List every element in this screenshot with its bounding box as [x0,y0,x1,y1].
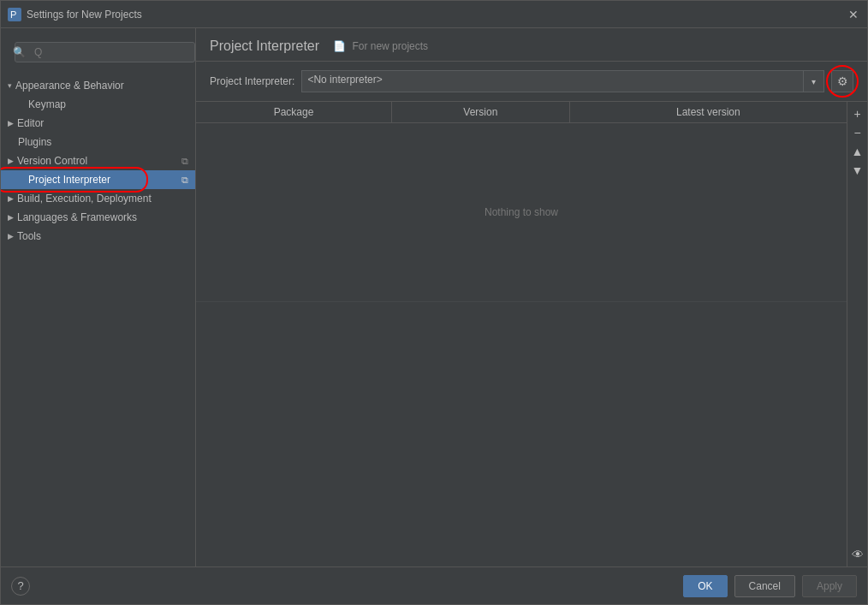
interpreter-gear-button[interactable]: ⚙ [831,70,853,92]
footer-right: OK Cancel Apply [683,575,857,597]
arrow-right-icon: ▶ [8,119,14,128]
col-version: Version [392,102,570,123]
settings-window: P Settings for New Projects ✕ 🔍 ▾ Appear… [0,0,868,605]
gear-btn-wrapper: ⚙ [831,70,853,92]
chevron-down-icon: ▾ [812,77,816,86]
search-wrapper: 🔍 [8,35,188,69]
sidebar-item-keymap[interactable]: Keymap [1,95,195,114]
main-header: Project Interpreter 📄 For new projects [196,28,867,62]
sidebar-item-tools[interactable]: ▶ Tools [1,227,195,246]
help-button[interactable]: ? [11,577,30,596]
sidebar-item-version-control[interactable]: ▶ Version Control ⧉ [1,151,195,170]
arrow-right-icon3: ▶ [8,194,14,203]
svg-text:P: P [10,9,16,20]
nothing-to-show: Nothing to show [205,127,838,298]
sidebar-item-appearance-behavior[interactable]: ▾ Appearance & Behavior [1,76,195,95]
app-icon: P [8,8,21,21]
remove-package-button[interactable]: − [849,124,866,141]
interpreter-dropdown-btn[interactable]: ▾ [804,70,824,92]
apply-button[interactable]: Apply [802,575,857,597]
sidebar-item-editor[interactable]: ▶ Editor [1,114,195,133]
footer: ? OK Cancel Apply [1,566,867,604]
sidebar-item-label: Version Control [17,155,87,167]
content-area: 🔍 ▾ Appearance & Behavior Keymap ▶ Edito… [1,28,867,566]
sidebar-item-languages[interactable]: ▶ Languages & Frameworks [1,208,195,227]
cancel-button[interactable]: Cancel [734,575,795,597]
main-content: Project Interpreter 📄 For new projects P… [196,28,867,566]
copy-icon: ⧉ [181,156,188,167]
sidebar-item-label: Tools [17,230,41,242]
interpreter-dropdown[interactable]: <No interpreter> [301,70,804,92]
sidebar-item-label: Appearance & Behavior [15,80,124,92]
table-area: Package Version Latest version Nothing t… [196,102,867,566]
gear-icon: ⚙ [837,74,848,88]
interpreter-select-wrapper: <No interpreter> ▾ [301,70,824,92]
sidebar-item-label: Build, Execution, Deployment [17,193,152,205]
arrow-right-icon5: ▶ [8,232,14,240]
arrow-right-icon2: ▶ [8,157,14,165]
sidebar-item-label: Languages & Frameworks [17,211,137,223]
table-sidebar-buttons: + − ▲ ▼ 👁 [847,102,867,566]
col-latest-version: Latest version [569,102,847,123]
subtitle-icon: 📄 [333,40,346,52]
eye-button[interactable]: 👁 [849,546,866,563]
copy-icon2: ⧉ [181,175,188,186]
scroll-down-button[interactable]: ▼ [849,162,866,179]
col-package: Package [196,102,392,123]
search-input[interactable] [15,42,195,62]
packages-table: Package Version Latest version Nothing t… [196,102,847,302]
close-button[interactable]: ✕ [847,8,860,21]
sidebar-item-label: Project Interpreter [28,174,110,186]
window-title: Settings for New Projects [27,9,847,21]
sidebar: 🔍 ▾ Appearance & Behavior Keymap ▶ Edito… [1,28,196,566]
sidebar-item-label: Editor [17,117,44,129]
sidebar-item-label: Keymap [28,98,66,110]
search-icon: 🔍 [13,46,26,58]
add-package-button[interactable]: + [849,105,866,122]
footer-left: ? [11,577,30,596]
main-subtitle: 📄 For new projects [333,40,428,52]
interpreter-label: Project Interpreter: [210,75,294,87]
sidebar-item-project-interpreter[interactable]: Project Interpreter ⧉ [1,170,195,189]
main-panel: Project Interpreter 📄 For new projects P… [196,28,867,566]
arrow-down-icon: ▾ [8,81,12,90]
interpreter-row: Project Interpreter: <No interpreter> ▾ … [196,62,867,102]
sidebar-item-plugins[interactable]: Plugins [1,133,195,151]
empty-message: Nothing to show [196,123,847,302]
ok-button[interactable]: OK [683,575,727,597]
table-container: Package Version Latest version Nothing t… [196,102,847,566]
scroll-up-button[interactable]: ▲ [849,143,866,160]
main-title: Project Interpreter [210,39,319,54]
nav-tree: ▾ Appearance & Behavior Keymap ▶ Editor … [1,73,195,566]
sidebar-item-build[interactable]: ▶ Build, Execution, Deployment [1,189,195,208]
sidebar-item-label: Plugins [18,136,51,148]
title-bar: P Settings for New Projects ✕ [1,1,867,28]
arrow-right-icon4: ▶ [8,213,14,222]
